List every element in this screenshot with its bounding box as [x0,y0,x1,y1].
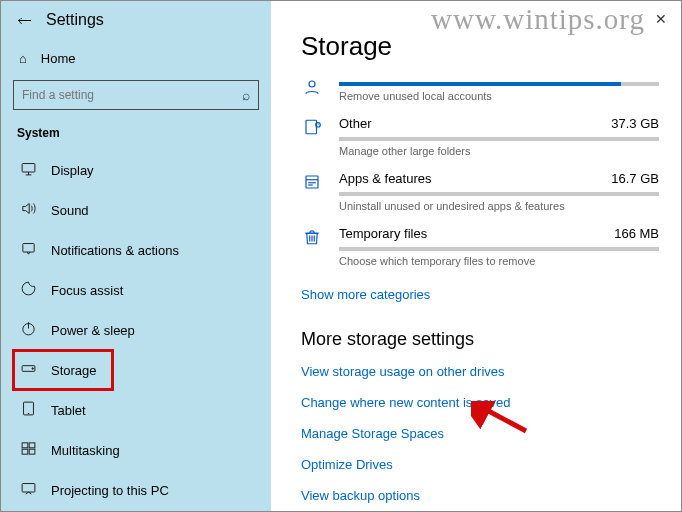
category-subtext: Uninstall unused or undesired apps & fea… [339,200,659,212]
svg-line-26 [314,231,315,233]
svg-marker-3 [22,204,28,214]
link-change-where-saved[interactable]: Change where new content is saved [301,395,659,410]
svg-rect-11 [22,443,28,448]
category-subtext: Manage other large folders [339,145,659,157]
sidebar-item-tablet[interactable]: Tablet [13,390,259,430]
link-view-backup-options[interactable]: View backup options [301,488,659,503]
sidebar: 🡐 Settings ⌂ Home ⌕ System Display Sound [1,1,271,511]
search-input[interactable] [14,81,258,109]
sidebar-item-label: Projecting to this PC [51,483,169,498]
svg-text:?: ? [317,123,319,127]
home-icon: ⌂ [19,51,27,66]
category-subtext: Choose which temporary files to remove [339,255,659,267]
category-name: Temporary files [339,226,427,241]
usage-bar [339,192,659,196]
sidebar-item-display[interactable]: Display [13,150,259,190]
projecting-icon [19,480,37,500]
show-more-categories-link[interactable]: Show more categories [301,287,430,302]
svg-line-25 [310,231,311,233]
sidebar-item-notifications[interactable]: Notifications & actions [13,230,259,270]
link-view-usage-other-drives[interactable]: View storage usage on other drives [301,364,659,379]
sidebar-item-label: Focus assist [51,283,123,298]
accounts-icon [301,76,323,102]
link-optimize-drives[interactable]: Optimize Drives [301,457,659,472]
sidebar-item-power[interactable]: Power & sleep [13,310,259,350]
sidebar-home[interactable]: ⌂ Home [13,45,259,80]
main-content: Storage Remove unused local accounts ? O… [271,1,681,511]
usage-bar [339,247,659,251]
app-title: Settings [46,11,104,29]
svg-rect-0 [22,164,35,173]
notifications-icon [19,240,37,260]
apps-icon [301,171,323,212]
sidebar-item-storage[interactable]: Storage [13,350,113,390]
category-size: 37.3 GB [611,116,659,131]
category-subtext: Remove unused local accounts [339,90,659,102]
sound-icon [19,200,37,220]
sidebar-item-label: Sound [51,203,89,218]
sidebar-item-label: Power & sleep [51,323,135,338]
svg-rect-9 [23,402,33,415]
link-manage-storage-spaces[interactable]: Manage Storage Spaces [301,426,659,441]
svg-point-16 [309,81,315,87]
svg-rect-4 [22,244,33,253]
back-button[interactable]: 🡐 [17,12,32,29]
close-button[interactable]: ✕ [647,5,675,33]
category-size: 16.7 GB [611,171,659,186]
svg-rect-20 [306,176,318,188]
focus-icon [19,280,37,300]
storage-category-apps[interactable]: Apps & features16.7 GB Uninstall unused … [301,171,659,212]
svg-rect-12 [29,443,35,448]
power-icon [19,320,37,340]
storage-icon [19,360,37,380]
sidebar-item-label: Display [51,163,94,178]
svg-point-8 [32,368,33,369]
category-name: Apps & features [339,171,432,186]
category-size: 166 MB [614,226,659,241]
display-icon [19,160,37,180]
storage-category-other[interactable]: ? Other37.3 GB Manage other large folder… [301,116,659,157]
sidebar-item-label: Notifications & actions [51,243,179,258]
sidebar-item-label: Tablet [51,403,86,418]
svg-rect-14 [29,449,35,454]
svg-rect-17 [306,120,317,134]
home-label: Home [41,51,76,66]
svg-rect-15 [22,484,35,493]
storage-category-temp[interactable]: Temporary files166 MB Choose which tempo… [301,226,659,267]
usage-bar [339,82,659,86]
usage-bar [339,137,659,141]
search-box[interactable]: ⌕ [13,80,259,110]
sidebar-item-label: Storage [51,363,97,378]
sidebar-item-sound[interactable]: Sound [13,190,259,230]
other-icon: ? [301,116,323,157]
storage-category-accounts[interactable]: Remove unused local accounts [301,76,659,102]
category-name: Other [339,116,372,131]
sidebar-item-label: Multitasking [51,443,120,458]
more-settings-title: More storage settings [301,329,659,350]
temp-icon [301,226,323,267]
multitasking-icon [19,440,37,460]
sidebar-item-multitasking[interactable]: Multitasking [13,430,259,470]
sidebar-group-label: System [13,126,259,150]
svg-rect-13 [22,449,28,454]
sidebar-item-projecting[interactable]: Projecting to this PC [13,470,259,510]
page-title: Storage [301,31,659,62]
tablet-icon [19,400,37,420]
sidebar-item-focus[interactable]: Focus assist [13,270,259,310]
